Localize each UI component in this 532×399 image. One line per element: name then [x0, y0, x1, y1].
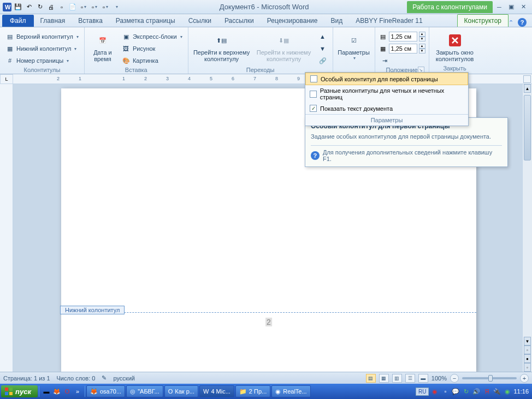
proofing-icon[interactable]: ✎	[102, 374, 107, 382]
app-icon: ◎	[130, 388, 135, 395]
tab-review[interactable]: Рецензирование	[261, 15, 324, 27]
outline-view-button[interactable]: ☰	[405, 374, 415, 383]
ruler-toggle-button[interactable]	[523, 75, 531, 83]
opera-icon[interactable]: O	[62, 386, 72, 397]
next-page-button[interactable]: ◦	[524, 363, 531, 372]
tab-design[interactable]: Конструктор	[457, 14, 509, 27]
zoom-out-button[interactable]: −	[450, 374, 459, 383]
status-page[interactable]: Страница: 1 из 1	[3, 375, 50, 382]
tab-insert[interactable]: Вставка	[72, 15, 109, 27]
firefox-icon[interactable]: 🦊	[52, 386, 62, 397]
page-number-field[interactable]: 2	[265, 318, 272, 326]
clipart-button[interactable]: 🎨Картинка	[120, 55, 185, 67]
zoom-in-button[interactable]: +	[520, 374, 529, 383]
close-header-footer-button[interactable]: Закрыть окно колонтитулов	[433, 31, 477, 62]
status-word-count[interactable]: Число слов: 0	[57, 375, 96, 382]
spin-down[interactable]: ▼	[419, 49, 425, 53]
spin-up[interactable]: ▲	[419, 44, 425, 49]
bottom-header-button[interactable]: ▦Нижний колонтитул▾	[3, 43, 81, 55]
goto-top-header-button[interactable]: ⬆▤ Перейти к верхнему колонтитулу	[192, 31, 252, 62]
zoom-slider[interactable]	[462, 377, 517, 379]
taskbar-item[interactable]: ◉RealTe...	[271, 385, 310, 397]
web-layout-view-button[interactable]: ▥	[392, 374, 402, 383]
tab-references[interactable]: Ссылки	[182, 15, 218, 27]
footer-from-bottom-input[interactable]	[389, 44, 417, 53]
qat-customize-icon[interactable]: ▾	[111, 2, 121, 12]
scroll-down-button[interactable]: ▼	[524, 337, 531, 346]
spin-up[interactable]: ▲	[419, 32, 425, 37]
taskbar-item[interactable]: W4 Mic...	[199, 385, 234, 397]
option-different-first-page[interactable]: Особый колонтитул для первой страницы	[305, 73, 468, 85]
tray-icon[interactable]: ◉	[430, 387, 439, 396]
restore-button[interactable]: ▣	[507, 3, 516, 11]
ruler-corner[interactable]: L	[0, 74, 13, 84]
ql-more-icon[interactable]: »	[73, 386, 82, 397]
prev-page-button[interactable]: ◦	[524, 346, 531, 354]
vertical-scrollbar[interactable]: ▲ ▼ ◦ ● ◦	[522, 84, 532, 372]
top-header-button[interactable]: ▤Верхний колонтитул▾	[3, 31, 81, 43]
open-icon[interactable]: 📄	[68, 2, 78, 12]
tab-pagelayout[interactable]: Разметка страницы	[109, 15, 182, 27]
taskbar-item[interactable]: 🦊osa70...	[86, 385, 125, 397]
zoom-level[interactable]: 100%	[431, 375, 447, 382]
qat-btn[interactable]: ▫▾	[79, 2, 88, 12]
fullscreen-reading-view-button[interactable]: ▦	[379, 374, 389, 383]
save-icon[interactable]: 💾	[13, 2, 23, 12]
qat-btn[interactable]: ▫▾	[90, 2, 99, 12]
page-number-button[interactable]: #Номер страницы▾	[3, 55, 81, 67]
vertical-ruler[interactable]	[0, 84, 13, 372]
insert-alignment-tab-button[interactable]: ⇥	[379, 55, 425, 67]
language-indicator[interactable]: RU	[416, 388, 429, 396]
status-language[interactable]: русский	[113, 375, 134, 382]
tab-file[interactable]: Файл	[2, 15, 34, 27]
taskbar-item[interactable]: 📁2 Пр...	[235, 385, 270, 397]
tab-home[interactable]: Главная	[34, 15, 72, 27]
tab-mailings[interactable]: Рассылки	[218, 15, 261, 27]
ribbon: ▤Верхний колонтитул▾ ▦Нижний колонтитул▾…	[0, 27, 532, 74]
header-from-top-input[interactable]	[389, 32, 417, 41]
print-layout-view-button[interactable]: ▤	[366, 374, 376, 383]
tray-icon[interactable]: 🔌	[493, 387, 501, 396]
qat-btn[interactable]: ▫▾	[101, 2, 110, 12]
word-app-icon[interactable]: W	[2, 2, 12, 12]
tray-icon[interactable]: ◉	[503, 387, 512, 396]
option-label: Показать текст документа	[320, 105, 393, 112]
zoom-thumb[interactable]	[488, 375, 493, 382]
option-show-document-text[interactable]: ✓ Показать текст документа	[305, 103, 468, 114]
new-icon[interactable]: ▫	[57, 2, 67, 12]
scroll-thumb[interactable]	[524, 95, 531, 160]
tray-icon[interactable]: Я	[482, 387, 491, 396]
undo-icon[interactable]: ↶	[24, 2, 34, 12]
group-label: Вставка	[88, 67, 185, 74]
print-icon[interactable]: 🖨	[46, 2, 56, 12]
tab-abbyy[interactable]: ABBYY FineReader 11	[349, 15, 429, 27]
tray-icon[interactable]: 💬	[451, 387, 460, 396]
checkbox-icon	[310, 75, 317, 82]
picture-button[interactable]: 🖼Рисунок	[120, 43, 185, 55]
footer-section-label: Нижний колонтитул	[60, 306, 125, 314]
minimize-button[interactable]: ─	[495, 3, 504, 11]
option-different-odd-even[interactable]: Разные колонтитулы для четных и нечетных…	[305, 85, 468, 103]
tab-view[interactable]: Вид	[324, 15, 349, 27]
clock[interactable]: 11:16	[513, 388, 529, 395]
quick-parts-button[interactable]: ▣Экспресс-блоки▾	[120, 31, 185, 43]
group-options: ☑ Параметры ▾	[333, 27, 375, 74]
parameters-button[interactable]: ☑ Параметры ▾	[336, 31, 371, 61]
scroll-up-button[interactable]: ▲	[524, 84, 531, 93]
taskbar-item[interactable]: ◎"АБВГ...	[126, 385, 163, 397]
help-icon[interactable]: ?	[518, 18, 527, 27]
start-button[interactable]: пуск	[1, 385, 38, 397]
close-button[interactable]: ✕	[519, 3, 528, 11]
taskbar-item[interactable]: OКак р...	[164, 385, 198, 397]
tray-icon[interactable]: ▫	[441, 387, 450, 396]
browse-object-button[interactable]: ●	[524, 354, 531, 363]
date-time-button[interactable]: 📅 Дата и время	[88, 31, 117, 62]
spin-down[interactable]: ▼	[419, 37, 425, 41]
draft-view-button[interactable]: ▬	[418, 374, 428, 383]
tray-icon[interactable]: ↻	[462, 387, 470, 396]
minimize-ribbon-icon[interactable]: ⌃	[509, 19, 513, 26]
show-desktop-icon[interactable]: ▬	[42, 386, 51, 397]
group-navigation: ⬆▤ Перейти к верхнему колонтитулу ⬇▦ Пер…	[188, 27, 333, 74]
redo-icon[interactable]: ↻	[35, 2, 45, 12]
tray-icon[interactable]: 🔊	[472, 387, 481, 396]
